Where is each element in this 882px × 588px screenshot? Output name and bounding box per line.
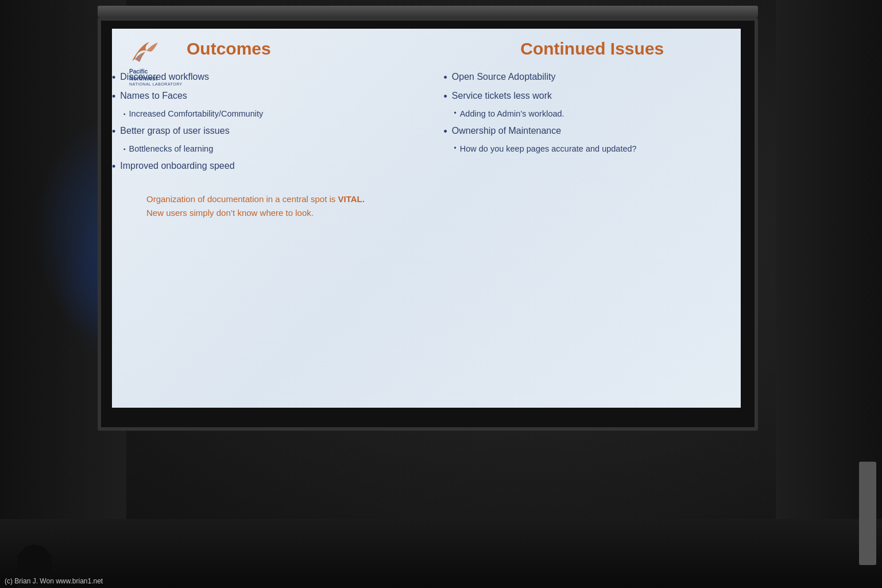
slide: Pacific Northwest NATIONAL LABORATORY Ou… — [112, 29, 741, 408]
bullet-ownership-maintenance: Ownership of Maintenance — [444, 124, 741, 140]
sub-bullets-service: Adding to Admin’s workload. — [444, 108, 741, 121]
bottom-text-line1: Organization of documentation in a centr… — [146, 192, 706, 206]
logo-area: Pacific Northwest NATIONAL LABORATORY — [129, 39, 198, 86]
sub-bullet-keep-pages: How do you keep pages accurate and updat… — [454, 143, 741, 156]
right-object — [859, 462, 876, 565]
sub-bullet-bottlenecks: Bottlenecks of learning — [123, 143, 409, 156]
sub-bullets-grasp: Bottlenecks of learning — [112, 143, 409, 156]
logo-national-text: NATIONAL LABORATORY — [129, 82, 198, 86]
continued-issues-column: Continued Issues Open Source Adoptabilit… — [427, 34, 741, 178]
sub-bullet-admin-workload: Adding to Admin’s workload. — [454, 108, 741, 121]
bottom-text-area: Organization of documentation in a centr… — [112, 184, 741, 220]
slide-columns: Outcomes Discovered workflows Names to F… — [112, 34, 741, 178]
pnnl-logo-icon — [129, 39, 161, 65]
floor — [0, 519, 882, 588]
logo-text: Pacific Northwest — [129, 68, 198, 82]
sub-bullets-ownership: How do you keep pages accurate and updat… — [444, 143, 741, 156]
bottom-text-line2: New users simply don’t know where to loo… — [146, 206, 706, 220]
vital-text: VITAL. — [338, 194, 365, 204]
bullet-onboarding: Improved onboarding speed — [112, 159, 409, 175]
sub-bullet-comfortability: Increased Comfortability/Community — [123, 108, 409, 121]
outcomes-title: Outcomes — [187, 39, 409, 59]
bullet-grasp-user-issues: Better grasp of user issues — [112, 124, 409, 140]
watermark: (c) Brian J. Won www.brian1.net — [5, 577, 103, 585]
continued-issues-title: Continued Issues — [444, 39, 741, 59]
sub-bullets-names: Increased Comfortability/Community — [112, 108, 409, 121]
bullet-service-tickets: Service tickets less work — [444, 89, 741, 105]
bullet-names-to-faces: Names to Faces — [112, 89, 409, 105]
screen-mount — [98, 6, 758, 17]
bullet-open-source: Open Source Adoptability — [444, 70, 741, 86]
continued-issues-bullet-list: Open Source Adoptability Service tickets… — [444, 70, 741, 156]
